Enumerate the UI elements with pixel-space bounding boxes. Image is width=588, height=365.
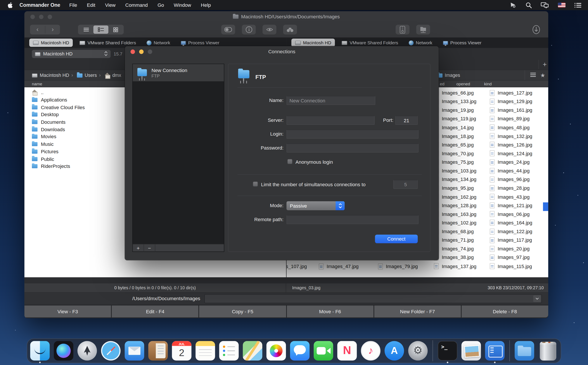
spotlight-search-icon[interactable] (526, 2, 532, 8)
dock-item[interactable]: ⚙ (408, 341, 428, 360)
download-queue-button[interactable] (530, 25, 542, 35)
file-row[interactable]: Images_95.jpg (434, 184, 476, 193)
app-icon[interactable]: JUL 2 (172, 341, 191, 360)
limit-count-field[interactable] (393, 180, 418, 189)
function-button[interactable]: Move - F6 (287, 305, 374, 317)
dock-item[interactable]: JUL 2 (172, 341, 191, 360)
dock-item[interactable] (148, 341, 168, 360)
app-icon[interactable] (78, 341, 97, 360)
file-row[interactable]: Images_161.jpg (490, 106, 532, 115)
file-row[interactable]: Images_14.jpg (434, 123, 476, 132)
notification-list-icon[interactable] (574, 2, 581, 8)
function-button[interactable]: View - F3 (24, 305, 111, 317)
file-row[interactable]: Images_162.jpg (434, 193, 476, 201)
app-icon[interactable] (509, 340, 510, 361)
dock-item[interactable] (314, 341, 333, 360)
name-field[interactable] (287, 96, 375, 105)
menu-item[interactable]: Go (157, 2, 164, 8)
column-header-created[interactable]: ed (440, 82, 445, 86)
file-row[interactable]: Images_47.jpg (319, 262, 358, 270)
dock-item[interactable]: ♪ (361, 341, 380, 360)
file-row[interactable]: Images_132.jpg (490, 132, 532, 140)
dock-item[interactable] (515, 341, 534, 360)
pane-tab[interactable]: Network (143, 39, 174, 47)
anonymous-login-checkbox[interactable] (287, 159, 292, 164)
forward-button[interactable]: › (45, 26, 60, 33)
quick-look-eye-button[interactable] (262, 25, 276, 35)
grid-view-button[interactable] (108, 26, 123, 34)
add-connection-button[interactable]: + (133, 244, 144, 252)
dock-item[interactable] (290, 341, 310, 360)
file-row[interactable]: Images_122.jpg (490, 227, 532, 236)
file-row[interactable]: Images_28.jpg (490, 184, 532, 193)
app-icon[interactable] (243, 341, 262, 360)
app-icon[interactable] (30, 341, 50, 360)
dock-item[interactable]: N (337, 341, 357, 360)
breadcrumb-item[interactable]: Users (71, 73, 97, 78)
dock-item[interactable] (267, 341, 286, 360)
pane-tab[interactable]: Network (405, 39, 436, 47)
remove-connection-button[interactable]: − (144, 244, 155, 252)
port-field[interactable] (395, 116, 418, 125)
file-row[interactable]: Images_89.jpg (490, 114, 532, 123)
dock-item[interactable] (101, 341, 120, 360)
app-icon[interactable]: ♪ (361, 341, 380, 360)
drive-select[interactable]: Macintosh HD (32, 50, 111, 58)
dock-item[interactable] (461, 341, 481, 360)
dock-item[interactable] (219, 341, 239, 360)
dialog-title-bar[interactable]: Connections (125, 46, 439, 56)
file-row[interactable]: Images_65.jpg (434, 140, 476, 149)
file-row[interactable]: Images_43.jpg (490, 193, 532, 201)
pane-tab[interactable]: Macintosh HD (29, 39, 73, 47)
column-header-name[interactable]: name (32, 82, 42, 86)
app-icon[interactable] (196, 341, 215, 360)
list-view-icon[interactable] (530, 72, 536, 79)
breadcrumb-item[interactable]: Macintosh HD (32, 73, 69, 78)
file-row[interactable]: Images_79.jpg (378, 262, 418, 270)
file-row[interactable]: Images_127.jpg (490, 88, 532, 97)
apple-menu-icon[interactable] (7, 2, 13, 8)
dock-item[interactable]: >_ (438, 341, 457, 360)
file-row[interactable]: Images_19.jpg (434, 106, 476, 115)
app-icon[interactable] (125, 341, 144, 360)
command-line-input[interactable] (205, 294, 542, 303)
menu-item[interactable]: Command (125, 2, 148, 8)
pane-tab[interactable]: Macintosh HD (291, 39, 335, 47)
archive-zip-button[interactable] (396, 25, 410, 35)
file-row[interactable]: Images_164.jpg (490, 218, 532, 227)
pane-tab[interactable]: VMware Shared Folders (76, 39, 140, 47)
file-row[interactable]: Images_96.jpg (490, 175, 532, 184)
file-row[interactable]: Images_115.jpg (490, 262, 532, 270)
selected-file-highlight[interactable] (543, 202, 548, 211)
dock-item[interactable] (125, 341, 144, 360)
app-icon[interactable] (540, 342, 556, 361)
app-icon[interactable] (314, 341, 333, 360)
menu-item[interactable]: File (69, 2, 77, 8)
file-row[interactable]: Images_44.jpg (490, 166, 532, 175)
menu-item[interactable]: Edit (87, 2, 95, 8)
displays-icon[interactable] (541, 2, 549, 8)
file-row[interactable]: Images_137.jpg (434, 262, 476, 270)
file-row[interactable]: Images_103.jpg (434, 166, 476, 175)
file-row[interactable]: Images_24.jpg (490, 158, 532, 167)
app-icon[interactable]: >_ (438, 341, 457, 360)
new-tab-button[interactable]: + (538, 60, 546, 69)
dock-item[interactable] (196, 341, 215, 360)
file-row[interactable]: Images_134.jpg (434, 175, 476, 184)
app-icon[interactable]: A (385, 341, 404, 360)
file-row[interactable]: Images_75.jpg (434, 158, 476, 167)
app-icon[interactable]: N (337, 341, 357, 360)
menu-item[interactable]: Help (201, 2, 211, 8)
app-icon[interactable] (515, 341, 534, 360)
file-row[interactable]: Images_102.jpg (434, 218, 476, 227)
function-button[interactable]: Copy - F5 (199, 305, 286, 317)
active-app-name[interactable]: Commander One (20, 2, 60, 8)
app-icon[interactable] (432, 340, 433, 361)
dock-item[interactable] (30, 341, 50, 360)
app-icon[interactable]: ⚙ (408, 341, 428, 360)
file-row[interactable]: Images_68.jpg (434, 227, 476, 236)
helper-tool-icon[interactable] (510, 2, 517, 8)
input-language-flag-icon[interactable] (558, 3, 566, 7)
menu-item[interactable]: Window (174, 2, 191, 8)
app-icon[interactable] (267, 341, 286, 360)
